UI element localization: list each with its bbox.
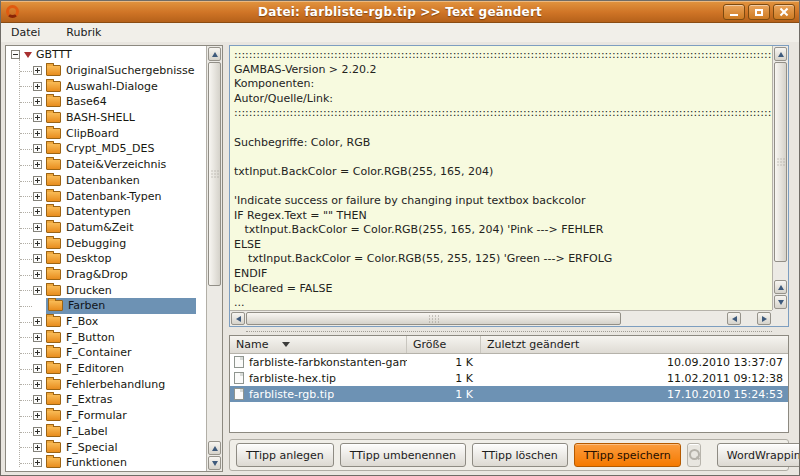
scroll-up-button[interactable] [774, 47, 787, 61]
expand-icon[interactable] [33, 113, 42, 122]
menu-rubrik[interactable]: Rubrik [64, 24, 103, 41]
tree-item-f-button[interactable]: F_Button [6, 329, 206, 345]
search-button[interactable] [687, 443, 701, 467]
tree-item-farben[interactable]: Farben [6, 298, 206, 314]
tree-item-drag-drop[interactable]: Drag&Drop [6, 267, 206, 283]
expand-icon[interactable] [33, 427, 42, 436]
tree-item-datentypen[interactable]: Datentypen [6, 204, 206, 220]
menu-datei[interactable]: Datei [9, 24, 42, 41]
expand-icon[interactable] [33, 364, 42, 373]
expand-icon[interactable] [33, 380, 42, 389]
expand-icon[interactable] [33, 160, 42, 169]
expand-icon[interactable] [33, 443, 42, 452]
scrollbar-thumb[interactable] [208, 62, 221, 286]
column-header-zuletzt-geaendert[interactable]: Zuletzt geändert [481, 336, 788, 353]
tree-item-f-formular[interactable]: F_Formular [6, 408, 206, 424]
folder-icon [46, 269, 61, 280]
expand-icon[interactable] [33, 348, 42, 357]
tree-item-datenbank-typen[interactable]: Datenbank-Typen [6, 188, 206, 204]
expand-icon[interactable] [33, 270, 42, 279]
scrollbar-thumb[interactable] [246, 312, 621, 325]
table-row[interactable]: farbliste-farbkonstanten-gambas.tip1 K10… [230, 354, 788, 370]
code-line: Komponenten: [234, 77, 772, 92]
table-row[interactable]: farbliste-hex.tip1 K11.02.2011 09:12:38 [230, 370, 788, 386]
scroll-left-button[interactable] [231, 312, 245, 325]
tree-item-gbttt[interactable]: GBTTT [6, 47, 206, 63]
close-button[interactable] [773, 4, 795, 20]
tree-item-f-editoren[interactable]: F_Editoren [6, 361, 206, 377]
wordwrapping-button[interactable]: WordWrapping [717, 443, 800, 467]
tree-item-label: F_Label [66, 425, 108, 438]
arrow-right-icon [762, 316, 767, 322]
minimize-button[interactable] [723, 4, 745, 20]
scroll-up-button[interactable] [208, 441, 221, 455]
editor-vertical-scrollbar[interactable] [772, 46, 788, 310]
arrow-down-icon [778, 300, 784, 305]
maximize-button[interactable] [748, 4, 770, 20]
tree-item-drucken[interactable]: Drucken [6, 282, 206, 298]
scroll-up-button[interactable] [208, 47, 221, 61]
collapse-icon[interactable] [11, 50, 20, 59]
expand-icon[interactable] [33, 176, 42, 185]
scroll-down-button[interactable] [208, 456, 221, 470]
expand-icon[interactable] [33, 129, 42, 138]
app-icon [6, 5, 19, 18]
expand-icon[interactable] [33, 192, 42, 201]
scrollbar-thumb[interactable] [774, 62, 787, 262]
tree-item-base64[interactable]: Base64 [6, 94, 206, 110]
column-header-groesse[interactable]: Größe [407, 336, 481, 353]
tree-item-crypt-md5-des[interactable]: Crypt_MD5_DES [6, 141, 206, 157]
tree-item-f-container[interactable]: F_Container [6, 345, 206, 361]
expand-icon[interactable] [33, 286, 42, 295]
expand-icon[interactable] [33, 411, 42, 420]
tree-item-funktionen[interactable]: Funktionen [6, 455, 206, 471]
titlebar[interactable]: Datei: farbliste-rgb.tip >> Text geänder… [1, 1, 799, 23]
editor-text[interactable]: ::::::::::::::::::::::::::::::::::::::::… [230, 46, 772, 310]
folder-icon [46, 316, 61, 327]
tree-item-datum-zeit[interactable]: Datum&Zeit [6, 220, 206, 236]
tree-item-f-label[interactable]: F_Label [6, 424, 206, 440]
tree-item-desktop[interactable]: Desktop [6, 251, 206, 267]
ttipp-speichern-button[interactable]: TTipp speichern [574, 443, 681, 467]
tree-item-bash-shell[interactable]: BASH-SHELL [6, 110, 206, 126]
file-modified: 10.09.2010 13:37:07 [481, 356, 788, 369]
expand-icon[interactable] [33, 66, 42, 75]
ttipp-loeschen-button[interactable]: TTipp löschen [472, 443, 568, 467]
expand-icon[interactable] [33, 395, 42, 404]
tree-item-datei-verzeichnis[interactable]: Datei&Verzeichnis [6, 157, 206, 173]
tree-item-auswahl-dialoge[interactable]: Auswahl-Dialoge [6, 78, 206, 94]
scroll-down-button[interactable] [774, 295, 787, 309]
tree-item-fehlerbehandlung[interactable]: Fehlerbehandlung [6, 376, 206, 392]
tree-item-f-extras[interactable]: F_Extras [6, 392, 206, 408]
tree-item-f-special[interactable]: F_Special [6, 439, 206, 455]
tree-item-debugging[interactable]: Debugging [6, 235, 206, 251]
scroll-left-button[interactable] [727, 312, 741, 325]
tree-item-label: F_Special [66, 441, 117, 454]
editor-horizontal-scrollbar[interactable] [230, 310, 772, 326]
tree-item-datenbanken[interactable]: Datenbanken [6, 173, 206, 189]
ttipp-anlegen-button[interactable]: TTipp anlegen [236, 443, 334, 467]
tree-item-0riginalsuchergebnisse[interactable]: 0riginalSuchergebnisse [6, 63, 206, 79]
file-icon [234, 388, 244, 400]
expand-icon[interactable] [33, 317, 42, 326]
expand-icon[interactable] [33, 223, 42, 232]
expand-icon[interactable] [33, 144, 42, 153]
tree-scrollbar[interactable] [206, 46, 222, 471]
expand-icon[interactable] [33, 458, 42, 467]
splitter-handle[interactable] [229, 329, 789, 334]
tree-item-f-box[interactable]: F_Box [6, 314, 206, 330]
expand-icon[interactable] [33, 207, 42, 216]
expand-icon[interactable] [33, 97, 42, 106]
expand-icon[interactable] [33, 333, 42, 342]
column-header-name[interactable]: Name [230, 336, 407, 353]
tree-item-clipboard[interactable]: ClipBoard [6, 125, 206, 141]
expand-icon[interactable] [33, 82, 42, 91]
expand-icon[interactable] [33, 254, 42, 263]
tree-item-label: Farben [68, 299, 105, 312]
tip-editor[interactable]: ::::::::::::::::::::::::::::::::::::::::… [229, 45, 789, 327]
expand-icon[interactable] [33, 239, 42, 248]
scroll-right-button[interactable] [757, 312, 771, 325]
scroll-up-button[interactable] [774, 280, 787, 294]
ttipp-umbenennen-button[interactable]: TTipp umbenennen [340, 443, 466, 467]
table-row[interactable]: farbliste-rgb.tip1 K17.10.2010 15:24:53 [230, 386, 788, 402]
